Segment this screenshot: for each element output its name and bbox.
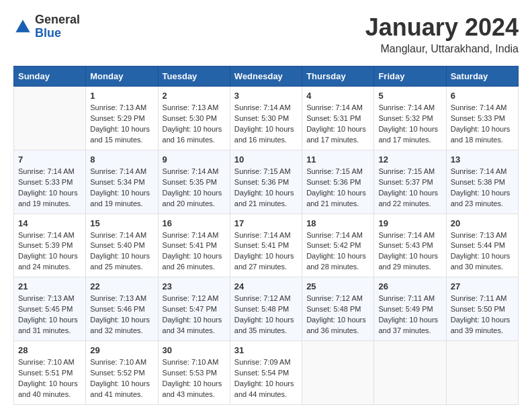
daylight-text: Daylight: 10 hours and 39 minutes. xyxy=(451,316,511,334)
cell-info: Sunrise: 7:13 AM Sunset: 5:45 PM Dayligh… xyxy=(18,293,81,336)
daylight-text: Daylight: 10 hours and 23 minutes. xyxy=(451,189,511,208)
sunrise-text: Sunrise: 7:13 AM xyxy=(90,103,146,111)
day-number: 30 xyxy=(163,345,226,355)
calendar-cell xyxy=(446,341,518,405)
cell-info: Sunrise: 7:14 AM Sunset: 5:40 PM Dayligh… xyxy=(90,230,153,273)
daylight-text: Daylight: 10 hours and 36 minutes. xyxy=(306,316,366,334)
daylight-text: Daylight: 10 hours and 27 minutes. xyxy=(234,252,294,271)
sunrise-text: Sunrise: 7:14 AM xyxy=(90,167,146,175)
logo-blue-text: Blue xyxy=(35,27,80,40)
sunset-text: Sunset: 5:48 PM xyxy=(306,305,361,313)
title-section: January 2024 Manglaur, Uttarakhand, Indi… xyxy=(365,13,519,55)
calendar-header-row: SundayMondayTuesdayWednesdayThursdayFrid… xyxy=(14,66,519,87)
day-header-monday: Monday xyxy=(86,66,158,87)
calendar-cell: 26 Sunrise: 7:11 AM Sunset: 5:49 PM Dayl… xyxy=(374,277,446,341)
day-number: 2 xyxy=(163,91,226,101)
sunset-text: Sunset: 5:31 PM xyxy=(306,114,361,122)
sunrise-text: Sunrise: 7:14 AM xyxy=(234,103,291,111)
day-number: 22 xyxy=(90,281,153,291)
daylight-text: Daylight: 10 hours and 20 minutes. xyxy=(163,189,222,208)
sunset-text: Sunset: 5:50 PM xyxy=(451,305,505,313)
day-number: 31 xyxy=(234,345,298,355)
cell-info: Sunrise: 7:14 AM Sunset: 5:41 PM Dayligh… xyxy=(234,230,298,273)
daylight-text: Daylight: 10 hours and 17 minutes. xyxy=(378,125,438,144)
calendar-cell: 28 Sunrise: 7:10 AM Sunset: 5:51 PM Dayl… xyxy=(14,341,86,405)
sunrise-text: Sunrise: 7:14 AM xyxy=(378,103,435,111)
daylight-text: Daylight: 10 hours and 22 minutes. xyxy=(378,189,438,208)
calendar-cell: 29 Sunrise: 7:10 AM Sunset: 5:52 PM Dayl… xyxy=(86,341,158,405)
sunset-text: Sunset: 5:41 PM xyxy=(234,241,289,249)
sunrise-text: Sunrise: 7:14 AM xyxy=(18,231,75,239)
day-number: 10 xyxy=(234,154,298,165)
daylight-text: Daylight: 10 hours and 34 minutes. xyxy=(163,316,222,334)
daylight-text: Daylight: 10 hours and 35 minutes. xyxy=(234,316,294,334)
calendar-cell: 4 Sunrise: 7:14 AM Sunset: 5:31 PM Dayli… xyxy=(302,87,374,150)
calendar-cell: 5 Sunrise: 7:14 AM Sunset: 5:32 PM Dayli… xyxy=(374,87,446,150)
sunset-text: Sunset: 5:37 PM xyxy=(378,178,433,186)
sunrise-text: Sunrise: 7:15 AM xyxy=(234,167,291,175)
calendar-cell: 21 Sunrise: 7:13 AM Sunset: 5:45 PM Dayl… xyxy=(14,277,86,341)
daylight-text: Daylight: 10 hours and 16 minutes. xyxy=(234,125,294,144)
calendar-cell: 9 Sunrise: 7:14 AM Sunset: 5:35 PM Dayli… xyxy=(158,150,230,214)
sunrise-text: Sunrise: 7:14 AM xyxy=(306,103,363,111)
sunset-text: Sunset: 5:42 PM xyxy=(306,241,361,249)
sunrise-text: Sunrise: 7:13 AM xyxy=(90,294,146,302)
sunset-text: Sunset: 5:52 PM xyxy=(90,369,144,377)
cell-info: Sunrise: 7:14 AM Sunset: 5:41 PM Dayligh… xyxy=(163,230,226,273)
sunset-text: Sunset: 5:43 PM xyxy=(378,241,433,249)
daylight-text: Daylight: 10 hours and 30 minutes. xyxy=(451,252,511,271)
cell-info: Sunrise: 7:13 AM Sunset: 5:29 PM Dayligh… xyxy=(90,103,153,146)
calendar-cell: 20 Sunrise: 7:13 AM Sunset: 5:44 PM Dayl… xyxy=(446,214,518,277)
sunrise-text: Sunrise: 7:12 AM xyxy=(163,294,219,302)
calendar-cell: 18 Sunrise: 7:14 AM Sunset: 5:42 PM Dayl… xyxy=(302,214,374,277)
sunset-text: Sunset: 5:33 PM xyxy=(18,178,73,186)
sunset-text: Sunset: 5:38 PM xyxy=(451,178,505,186)
sunrise-text: Sunrise: 7:14 AM xyxy=(234,231,291,239)
cell-info: Sunrise: 7:14 AM Sunset: 5:38 PM Dayligh… xyxy=(451,167,514,210)
calendar-cell: 2 Sunrise: 7:13 AM Sunset: 5:30 PM Dayli… xyxy=(158,87,230,150)
sunrise-text: Sunrise: 7:14 AM xyxy=(163,231,219,239)
day-number: 1 xyxy=(90,91,153,101)
sunset-text: Sunset: 5:36 PM xyxy=(306,178,361,186)
sunset-text: Sunset: 5:41 PM xyxy=(163,241,217,249)
daylight-text: Daylight: 10 hours and 17 minutes. xyxy=(306,125,366,144)
calendar-cell: 6 Sunrise: 7:14 AM Sunset: 5:33 PM Dayli… xyxy=(446,87,518,150)
daylight-text: Daylight: 10 hours and 31 minutes. xyxy=(18,316,78,334)
sunset-text: Sunset: 5:48 PM xyxy=(234,305,289,313)
sunset-text: Sunset: 5:40 PM xyxy=(90,241,144,249)
cell-info: Sunrise: 7:15 AM Sunset: 5:37 PM Dayligh… xyxy=(378,167,441,210)
daylight-text: Daylight: 10 hours and 40 minutes. xyxy=(18,379,78,398)
sunrise-text: Sunrise: 7:13 AM xyxy=(163,103,219,111)
day-number: 16 xyxy=(163,218,226,228)
daylight-text: Daylight: 10 hours and 19 minutes. xyxy=(90,189,150,208)
day-number: 21 xyxy=(18,281,81,291)
sunset-text: Sunset: 5:34 PM xyxy=(90,178,144,186)
calendar-cell: 27 Sunrise: 7:11 AM Sunset: 5:50 PM Dayl… xyxy=(446,277,518,341)
day-header-saturday: Saturday xyxy=(446,66,518,87)
cell-info: Sunrise: 7:14 AM Sunset: 5:39 PM Dayligh… xyxy=(18,230,81,273)
sunrise-text: Sunrise: 7:15 AM xyxy=(378,167,435,175)
day-number: 8 xyxy=(90,154,153,165)
day-header-sunday: Sunday xyxy=(14,66,86,87)
sunset-text: Sunset: 5:35 PM xyxy=(163,178,217,186)
logo-icon xyxy=(13,17,32,36)
day-number: 18 xyxy=(306,218,369,228)
day-number: 15 xyxy=(90,218,153,228)
sunrise-text: Sunrise: 7:14 AM xyxy=(18,167,75,175)
day-number: 7 xyxy=(18,154,81,165)
cell-info: Sunrise: 7:14 AM Sunset: 5:34 PM Dayligh… xyxy=(90,167,153,210)
daylight-text: Daylight: 10 hours and 18 minutes. xyxy=(451,125,511,144)
cell-info: Sunrise: 7:11 AM Sunset: 5:50 PM Dayligh… xyxy=(451,293,514,336)
day-number: 6 xyxy=(451,91,514,101)
calendar-week-row: 7 Sunrise: 7:14 AM Sunset: 5:33 PM Dayli… xyxy=(14,150,519,214)
day-number: 9 xyxy=(163,154,226,165)
sunrise-text: Sunrise: 7:11 AM xyxy=(451,294,507,302)
cell-info: Sunrise: 7:10 AM Sunset: 5:52 PM Dayligh… xyxy=(90,357,153,400)
sunset-text: Sunset: 5:30 PM xyxy=(234,114,289,122)
sunrise-text: Sunrise: 7:14 AM xyxy=(378,231,435,239)
day-number: 25 xyxy=(306,281,369,291)
calendar-cell xyxy=(374,341,446,405)
page-header: General Blue January 2024 Manglaur, Utta… xyxy=(13,13,519,55)
day-header-thursday: Thursday xyxy=(302,66,374,87)
day-number: 4 xyxy=(306,91,369,101)
